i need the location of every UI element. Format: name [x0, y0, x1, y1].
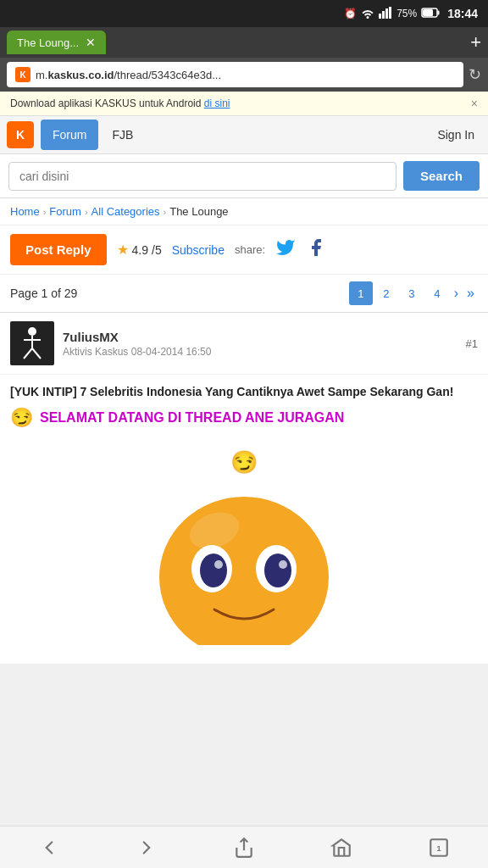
battery-icon	[421, 8, 440, 20]
post-title: [YUK INTIP] 7 Selebritis Indonesia Yang …	[10, 385, 478, 398]
url-bar: K m.kaskus.co.id/thread/5343c64e3d... ↻	[0, 58, 488, 92]
tabs-icon: 1	[428, 837, 450, 859]
bottom-nav: 1	[0, 826, 488, 868]
pagination: Page 1 of 29 1 2 3 4 › »	[0, 275, 488, 313]
breadcrumb-forum[interactable]: Forum	[49, 205, 81, 218]
home-nav-btn[interactable]	[293, 837, 391, 859]
tabs-nav-btn[interactable]: 1	[391, 837, 488, 859]
post-date: 08-04-2014 16:50	[131, 346, 212, 358]
post-num: #1	[466, 337, 478, 350]
svg-point-17	[264, 554, 291, 587]
clock-icon: ⏰	[344, 8, 357, 19]
svg-point-19	[279, 560, 287, 569]
svg-rect-6	[423, 9, 433, 16]
forum-nav-btn[interactable]: Forum	[41, 120, 98, 150]
forward-btn[interactable]	[97, 837, 195, 859]
reload-btn[interactable]: ↻	[469, 65, 481, 84]
banner-link[interactable]: di sini	[204, 97, 230, 109]
browser-tab[interactable]: The Loung... ✕	[7, 31, 106, 54]
avatar	[10, 321, 54, 365]
new-tab-btn[interactable]: +	[470, 31, 481, 53]
back-icon	[38, 837, 60, 859]
svg-text:1: 1	[437, 843, 442, 852]
sign-in-btn[interactable]: Sign In	[430, 120, 481, 150]
wifi-icon	[361, 7, 374, 21]
tab-close-btn[interactable]: ✕	[86, 36, 96, 49]
search-button[interactable]: Search	[403, 161, 480, 191]
wink-emoji: 😏	[10, 407, 33, 429]
forward-icon	[136, 837, 158, 859]
post-role: Aktivis Kaskus	[63, 346, 128, 358]
breadcrumb-home[interactable]: Home	[10, 205, 40, 218]
svg-rect-2	[385, 8, 388, 19]
page-2-btn[interactable]: 2	[374, 281, 398, 305]
welcome-text: SELAMAT DATANG DI THREAD ANE JURAGAN	[40, 410, 344, 426]
page-3-btn[interactable]: 3	[400, 281, 424, 305]
page-last-icon[interactable]: »	[463, 286, 478, 301]
download-banner: Download aplikasi KASKUS untuk Android d…	[0, 92, 488, 116]
breadcrumb-sep-1: ›	[43, 207, 47, 217]
twitter-icon[interactable]	[275, 237, 296, 263]
svg-line-10	[24, 348, 32, 359]
battery-text: 75%	[396, 8, 417, 19]
rating-max: /5	[152, 243, 162, 257]
post-reply-btn[interactable]: Post Reply	[10, 234, 107, 265]
back-btn[interactable]	[0, 837, 97, 859]
svg-rect-1	[382, 11, 385, 19]
page-1-btn[interactable]: 1	[349, 281, 373, 305]
post-username: 7uliusMX	[63, 330, 458, 344]
search-input[interactable]	[8, 162, 396, 191]
star-icon: ★	[117, 242, 129, 258]
breadcrumb-all-categories[interactable]: All Categories	[92, 205, 160, 218]
tab-bar: The Loung... ✕ +	[0, 27, 488, 58]
fjb-nav-btn[interactable]: FJB	[100, 120, 145, 150]
thread-controls: Post Reply ★ 4.9 /5 Subscribe share:	[0, 225, 488, 275]
welcome-line: 😏 SELAMAT DATANG DI THREAD ANE JURAGAN	[10, 407, 478, 429]
status-bar: ⏰ 75% 18:44	[0, 0, 488, 27]
svg-rect-0	[379, 14, 381, 19]
breadcrumb-sep-3: ›	[164, 207, 167, 217]
rating: ★ 4.9 /5	[117, 242, 162, 258]
emoji-face-container: 😏	[151, 449, 337, 645]
share-nav-btn[interactable]	[195, 837, 292, 859]
post-1: 7uliusMX Aktivis Kaskus 08-04-2014 16:50…	[0, 313, 488, 665]
home-icon	[330, 837, 352, 859]
post-meta: 7uliusMX Aktivis Kaskus 08-04-2014 16:50	[63, 330, 458, 358]
facebook-icon[interactable]	[306, 237, 326, 263]
svg-point-7	[28, 327, 36, 336]
svg-point-18	[214, 560, 223, 569]
post-subtitle: Aktivis Kaskus 08-04-2014 16:50	[63, 346, 458, 358]
site-favicon: K	[15, 67, 30, 82]
svg-rect-3	[389, 7, 391, 19]
tab-title: The Loung...	[17, 36, 79, 49]
page-4-btn[interactable]: 4	[425, 281, 449, 305]
url-text: m.kaskus.co.id/thread/5343c64e3d...	[36, 69, 455, 81]
page-next-icon[interactable]: ›	[451, 286, 462, 301]
page-content: Download aplikasi KASKUS untuk Android d…	[0, 92, 488, 715]
kaskus-logo: K	[7, 121, 34, 148]
breadcrumb-sep-2: ›	[85, 207, 88, 217]
banner-close-btn[interactable]: ×	[471, 97, 478, 110]
emoji-face-svg	[151, 467, 337, 645]
share-icon	[233, 837, 255, 859]
svg-line-11	[32, 348, 41, 359]
signal-icon	[379, 7, 392, 21]
rating-value: 4.9	[132, 243, 148, 257]
post-header: 7uliusMX Aktivis Kaskus 08-04-2014 16:50…	[0, 313, 488, 375]
url-input[interactable]: K m.kaskus.co.id/thread/5343c64e3d...	[7, 62, 463, 87]
subscribe-btn[interactable]: Subscribe	[172, 243, 225, 257]
svg-point-16	[200, 554, 227, 587]
svg-rect-5	[438, 10, 440, 14]
page-info: Page 1 of 29	[10, 287, 77, 300]
post-content: [YUK INTIP] 7 Selebritis Indonesia Yang …	[0, 375, 488, 664]
search-bar: Search	[0, 154, 488, 198]
time: 18:44	[447, 7, 478, 20]
nav-bar: K Forum FJB Sign In	[0, 116, 488, 154]
share-label: share:	[235, 243, 265, 256]
breadcrumb: Home › Forum › All Categories › The Loun…	[0, 198, 488, 225]
page-nums: 1 2 3 4 › »	[349, 281, 478, 305]
breadcrumb-current: The Lounge	[169, 205, 228, 218]
emoji-art: 😏	[10, 441, 478, 654]
status-icons: ⏰ 75% 18:44	[344, 7, 478, 21]
svg-point-12	[159, 497, 329, 645]
